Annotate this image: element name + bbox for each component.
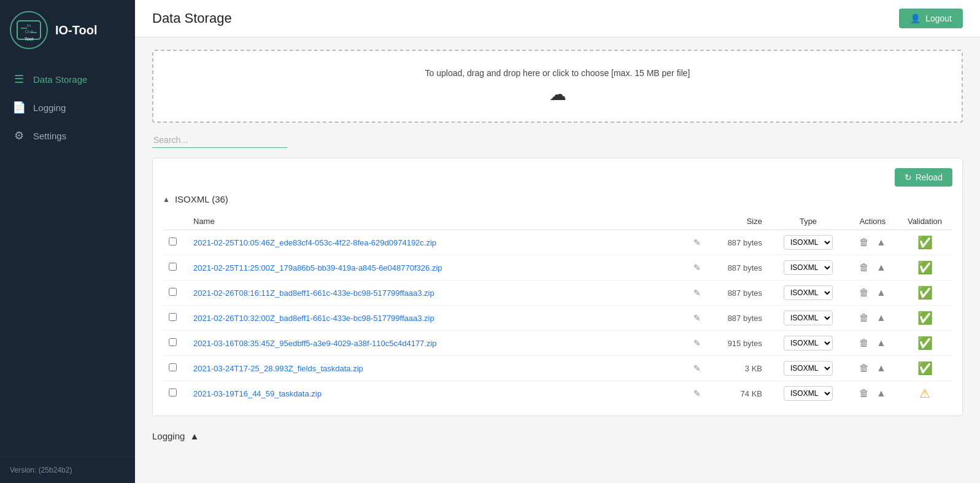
logout-label: Logout [925,14,952,23]
svg-text:Out: Out [25,29,34,34]
search-input[interactable] [152,133,287,148]
sidebar-item-logging[interactable]: 📄 Logging [0,93,135,122]
valid-icon: ✅ [917,336,933,350]
logging-section-header[interactable]: Logging ▲ [152,428,963,444]
reload-button[interactable]: ↻ Reload [895,168,952,187]
row-validation-cell: ✅ [897,306,952,331]
app-name: IO-Tool [55,23,98,37]
row-checkbox-cell [163,255,187,280]
sidebar: In Out Tool IO-Tool ☰ Data Storage 📄 Log… [0,0,135,483]
row-checkbox-4[interactable] [169,338,177,346]
upload-icon-4: ▲ [876,338,886,348]
sidebar-label-settings: Settings [33,131,66,141]
row-name-cell: 2021-03-24T17-25_28.993Z_fields_taskdata… [187,356,687,381]
settings-icon: ⚙ [12,129,26,142]
row-checkbox-cell [163,230,187,255]
upload-icon-5: ▲ [876,363,886,373]
upload-icon-3: ▲ [876,312,886,323]
section-top: ↻ Reload [163,168,952,187]
valid-icon: ✅ [917,311,933,325]
edit-icon-1[interactable]: ✎ [693,263,701,272]
row-actions-cell: 🗑 ▲ [848,306,897,331]
row-checkbox-1[interactable] [169,263,177,271]
type-select-0[interactable]: ISOXML OTHER [784,235,833,250]
edit-icon-3[interactable]: ✎ [693,313,701,323]
row-name-cell: 2021-02-26T08:16:11Z_bad8eff1-661c-433e-… [187,280,687,306]
sidebar-item-data-storage[interactable]: ☰ Data Storage [0,65,135,93]
row-type-cell: ISOXML OTHER [768,331,848,356]
delete-button-4[interactable]: 🗑 [857,336,871,350]
sidebar-item-settings[interactable]: ⚙ Settings [0,122,135,150]
search-wrap [152,133,963,148]
type-select-3[interactable]: ISOXML OTHER [784,311,833,325]
logout-button[interactable]: 👤 Logout [899,9,963,28]
row-size-cell: 915 bytes [707,331,768,356]
table-row: 2021-02-26T10:32:00Z_bad8eff1-661c-433e-… [163,306,952,331]
edit-icon-4[interactable]: ✎ [693,338,701,348]
row-checkbox-cell [163,381,187,406]
col-type: Type [768,213,848,230]
edit-icon-2[interactable]: ✎ [693,288,701,298]
upload-button-1[interactable]: ▲ [874,261,889,274]
valid-icon: ✅ [917,361,933,375]
row-checkbox-3[interactable] [169,313,177,321]
col-actions: Actions [848,213,897,230]
file-name-0: 2021-02-25T10:05:46Z_ede83cf4-053c-4f22-… [193,238,436,247]
delete-button-0[interactable]: 🗑 [857,236,871,249]
row-size-cell: 887 bytes [707,230,768,255]
row-size-cell: 3 KB [707,356,768,381]
row-checkbox-cell [163,280,187,306]
type-select-2[interactable]: ISOXML OTHER [784,285,833,300]
upload-button-3[interactable]: ▲ [874,311,889,325]
type-select-6[interactable]: ISOXML OTHER [784,386,833,401]
col-validation: Validation [897,213,952,230]
row-size-cell: 887 bytes [707,255,768,280]
type-select-1[interactable]: ISOXML OTHER [784,260,833,275]
upload-icon-1: ▲ [876,262,886,272]
table-row: 2021-03-19T16_44_59_taskdata.zip ✎ 74 KB… [163,381,952,406]
row-checkbox-6[interactable] [169,388,177,396]
row-validation-cell: ✅ [897,356,952,381]
logging-label: Logging [152,431,185,441]
upload-button-6[interactable]: ▲ [874,387,889,400]
row-type-cell: ISOXML OTHER [768,356,848,381]
upload-cloud-icon: ☁ [171,84,944,104]
delete-button-5[interactable]: 🗑 [857,361,871,375]
page-title: Data Storage [152,10,232,26]
row-edit-cell: ✎ [687,381,707,406]
upload-button-5[interactable]: ▲ [874,361,889,375]
table-row: 2021-03-16T08:35:45Z_95edbff5-a3e9-4029-… [163,331,952,356]
type-select-4[interactable]: ISOXML OTHER [784,336,833,350]
row-checkbox-2[interactable] [169,288,177,296]
main-header: Data Storage 👤 Logout [135,0,980,37]
file-name-4: 2021-03-16T08:35:45Z_95edbff5-a3e9-4029-… [193,339,437,348]
account-icon: 👤 [910,14,920,23]
delete-button-2[interactable]: 🗑 [857,286,871,299]
main-area: Data Storage 👤 Logout To upload, drag an… [135,0,980,483]
row-checkbox-0[interactable] [169,238,177,245]
row-name-cell: 2021-02-25T10:05:46Z_ede83cf4-053c-4f22-… [187,230,687,255]
upload-button-4[interactable]: ▲ [874,336,889,350]
file-name-1: 2021-02-25T11:25:00Z_179a86b5-bb39-419a-… [193,263,442,272]
type-select-5[interactable]: ISOXML OTHER [784,361,833,376]
delete-button-1[interactable]: 🗑 [857,261,871,274]
delete-button-3[interactable]: 🗑 [857,311,871,325]
edit-icon-0[interactable]: ✎ [693,238,701,247]
file-name-5: 2021-03-24T17-25_28.993Z_fields_taskdata… [193,364,363,373]
isoxml-group-header[interactable]: ▲ ISOXML (36) [163,194,952,204]
row-checkbox-5[interactable] [169,363,177,371]
col-edit [687,213,707,230]
upload-button-2[interactable]: ▲ [874,286,889,299]
upload-button-0[interactable]: ▲ [874,236,889,249]
upload-dropzone[interactable]: To upload, drag and drop here or click t… [152,50,963,123]
trash-icon-4: 🗑 [859,338,869,348]
row-type-cell: ISOXML OTHER [768,255,848,280]
delete-button-6[interactable]: 🗑 [857,387,871,400]
edit-icon-6[interactable]: ✎ [693,388,701,398]
edit-icon-5[interactable]: ✎ [693,363,701,373]
table-row: 2021-02-25T11:25:00Z_179a86b5-bb39-419a-… [163,255,952,280]
row-type-cell: ISOXML OTHER [768,381,848,406]
row-type-cell: ISOXML OTHER [768,306,848,331]
row-type-cell: ISOXML OTHER [768,280,848,306]
row-edit-cell: ✎ [687,306,707,331]
